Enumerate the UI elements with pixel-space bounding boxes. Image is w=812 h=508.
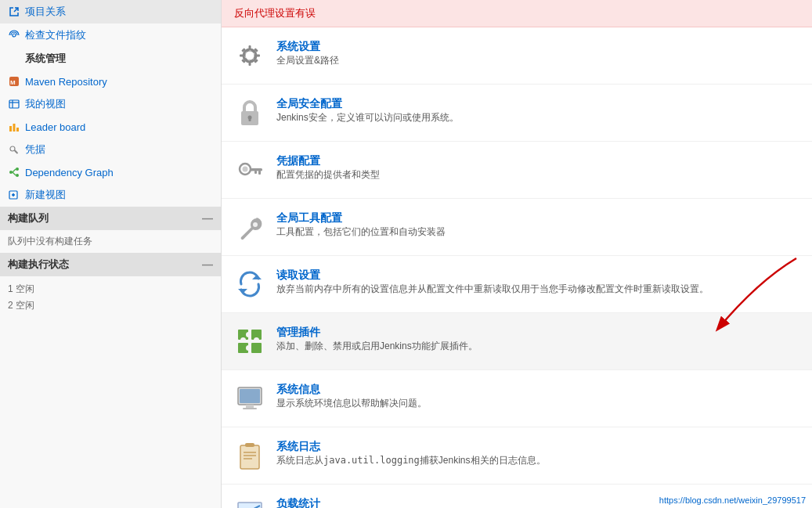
credential-config-text: 凭据配置 配置凭据的提供者和类型 <box>276 154 799 182</box>
main-content: 反向代理设置有误 <box>222 0 812 508</box>
global-security-desc: Jenkins安全，定义谁可以访问或使用系统。 <box>276 111 799 124</box>
load-stats-title[interactable]: 负载统计 <box>276 497 320 508</box>
reload-config-desc: 放弃当前内存中所有的设置信息并从配置文件中重新读取仅用于当您手动修改配置文件时重… <box>276 283 799 296</box>
manage-plugins-desc: 添加、删除、禁用或启用Jenkins功能扩展插件。 <box>276 340 799 353</box>
global-security-text: 全局安全配置 Jenkins安全，定义谁可以访问或使用系统。 <box>276 97 799 124</box>
lock-icon <box>234 97 265 128</box>
svg-rect-38 <box>254 171 257 174</box>
sidebar-item-check-fingerprint[interactable]: 检查文件指纹 <box>0 23 221 47</box>
svg-text:M: M <box>10 79 16 86</box>
svg-rect-6 <box>9 126 12 132</box>
svg-rect-36 <box>250 168 262 171</box>
system-info-title[interactable]: 系统信息 <box>276 383 320 395</box>
sidebar-item-system-manage[interactable]: 系统管理 <box>0 47 221 70</box>
system-settings-desc: 全局设置&路径 <box>276 54 799 67</box>
sidebar: 项目关系 检查文件指纹 系统管理 M Maven Repository 我的视图 <box>0 0 222 508</box>
svg-point-9 <box>10 146 15 151</box>
monitor-icon <box>234 383 265 414</box>
global-tools-title[interactable]: 全局工具配置 <box>276 211 342 224</box>
sidebar-item-my-view[interactable]: 我的视图 <box>0 92 221 116</box>
svg-line-14 <box>13 169 16 172</box>
sidebar-item-dependency-graph[interactable]: Dependency Graph <box>0 161 221 183</box>
svg-marker-40 <box>252 275 262 279</box>
reload-config-text: 读取设置 放弃当前内存中所有的设置信息并从配置文件中重新读取仅用于当您手动修改配… <box>276 268 799 296</box>
sidebar-item-maven-repository[interactable]: M Maven Repository <box>0 70 221 92</box>
sidebar-item-credentials[interactable]: 凭据 <box>0 138 221 161</box>
reload-config-item: 读取设置 放弃当前内存中所有的设置信息并从配置文件中重新读取仅用于当您手动修改配… <box>222 256 812 313</box>
fingerprint-icon <box>8 29 20 41</box>
svg-point-12 <box>16 168 19 171</box>
svg-rect-55 <box>240 445 259 469</box>
leaderboard-icon <box>8 121 20 133</box>
chart-icon <box>234 497 265 508</box>
svg-rect-52 <box>240 389 260 403</box>
svg-point-48 <box>254 337 259 343</box>
build-status-minimize[interactable]: — <box>202 258 213 271</box>
svg-rect-24 <box>249 62 251 66</box>
system-info-item: 系统信息 显示系统环境信息以帮助解决问题。 <box>222 370 812 427</box>
svg-point-13 <box>16 174 19 177</box>
svg-point-35 <box>243 167 248 172</box>
credentials-icon <box>8 143 20 156</box>
svg-rect-25 <box>240 55 244 57</box>
svg-line-15 <box>13 172 16 175</box>
manage-plugins-text: 管理插件 添加、删除、禁用或启用Jenkins功能扩展插件。 <box>276 326 799 353</box>
svg-point-47 <box>240 337 246 343</box>
svg-rect-54 <box>243 408 257 409</box>
reload-config-title[interactable]: 读取设置 <box>276 268 320 281</box>
system-settings-text: 系统设置 全局设置&路径 <box>276 40 799 67</box>
svg-point-39 <box>253 222 258 227</box>
view-icon <box>8 98 20 110</box>
new-view-icon <box>8 189 20 201</box>
svg-rect-56 <box>245 443 254 447</box>
manage-plugins-title[interactable]: 管理插件 <box>276 326 320 338</box>
global-tools-item: 全局工具配置 工具配置，包括它们的位置和自动安装器 <box>222 199 812 256</box>
system-info-text: 系统信息 显示系统环境信息以帮助解决问题。 <box>276 383 799 410</box>
global-tools-desc: 工具配置，包括它们的位置和自动安装器 <box>276 225 799 239</box>
build-executor-2: 2 空闲 <box>8 297 213 314</box>
global-security-title[interactable]: 全局安全配置 <box>276 97 342 110</box>
sidebar-item-leaderboard[interactable]: Leader board <box>0 116 221 138</box>
system-log-title[interactable]: 系统日志 <box>276 440 320 452</box>
system-settings-title[interactable]: 系统设置 <box>276 40 320 52</box>
sidebar-item-project-relation[interactable]: 项目关系 <box>0 0 221 23</box>
key-icon <box>234 154 265 186</box>
svg-point-49 <box>246 345 251 351</box>
svg-rect-33 <box>249 117 251 121</box>
system-settings-item: 系统设置 全局设置&路径 <box>222 27 812 85</box>
wrench-icon <box>234 211 265 243</box>
build-status-items: 1 空闲 2 空闲 <box>0 276 221 319</box>
system-info-desc: 显示系统环境信息以帮助解决问题。 <box>276 397 799 410</box>
puzzle-icon <box>234 326 265 357</box>
svg-point-46 <box>246 332 251 337</box>
graph-icon <box>8 166 20 178</box>
system-log-desc: 系统日志从java.util.logging捕获Jenkins相关的日志信息。 <box>276 454 799 467</box>
svg-rect-45 <box>251 343 262 353</box>
credential-config-desc: 配置凭据的提供者和类型 <box>276 168 799 182</box>
svg-rect-37 <box>258 171 261 175</box>
manage-plugins-item: 管理插件 添加、删除、禁用或启用Jenkins功能扩展插件。 <box>222 313 812 370</box>
clipboard-icon <box>234 440 265 471</box>
build-queue-header: 构建队列 — <box>0 207 221 230</box>
build-queue-empty: 队列中没有构建任务 <box>0 230 221 253</box>
system-log-text: 系统日志 系统日志从java.util.logging捕获Jenkins相关的日… <box>276 440 799 467</box>
maven-icon: M <box>8 75 20 88</box>
svg-marker-41 <box>238 289 247 294</box>
build-queue-minimize[interactable]: — <box>202 212 213 225</box>
credential-config-title[interactable]: 凭据配置 <box>276 154 320 167</box>
global-security-item: 全局安全配置 Jenkins安全，定义谁可以访问或使用系统。 <box>222 85 812 142</box>
refresh-icon <box>234 268 265 300</box>
svg-rect-8 <box>16 128 19 132</box>
system-log-item: 系统日志 系统日志从java.util.logging捕获Jenkins相关的日… <box>222 427 812 485</box>
watermark: https://blog.csdn.net/weixin_29799517 <box>659 495 806 505</box>
error-banner: 反向代理设置有误 <box>222 0 812 27</box>
svg-point-21 <box>246 52 254 60</box>
svg-rect-3 <box>9 100 19 108</box>
svg-rect-23 <box>249 45 251 49</box>
sidebar-item-new-view[interactable]: 新建视图 <box>0 183 221 207</box>
svg-rect-53 <box>246 405 254 408</box>
svg-rect-7 <box>13 124 16 132</box>
svg-point-11 <box>9 171 13 174</box>
build-executor-1: 1 空闲 <box>8 281 213 297</box>
link-icon <box>8 5 20 18</box>
